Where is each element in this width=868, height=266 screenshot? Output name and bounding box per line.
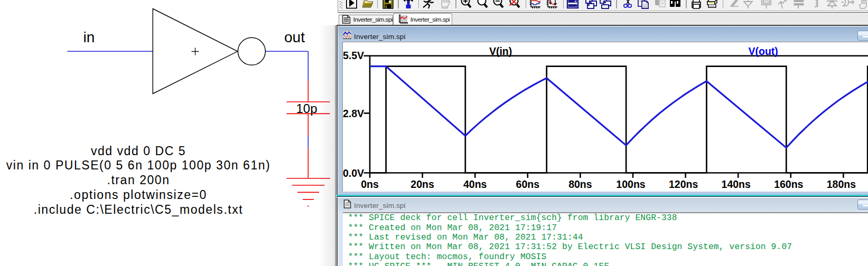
svg-text:H: H <box>764 0 768 3</box>
